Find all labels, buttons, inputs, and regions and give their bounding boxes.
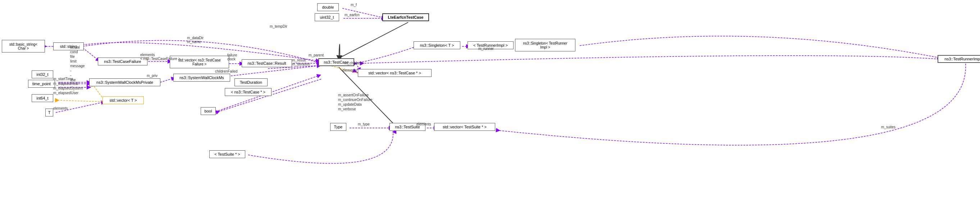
node-lteearfcntestcase: LteEarfcnTestCase xyxy=(382,13,429,21)
label-m-f: m_f xyxy=(351,3,357,7)
label-elements-t: elements xyxy=(53,106,68,110)
node-std-basic-string: std::basic_string< Char > xyxy=(2,40,45,52)
node-ns3-singleton-t: ns3::Singleton< T > xyxy=(414,41,460,49)
label-elements-suites: elements xyxy=(417,122,431,126)
node-ns3-testrunnerimpl: ns3::TestRunnerImpl xyxy=(937,55,980,63)
label-m-parent: m_parent xyxy=(309,53,324,57)
node-ns3-systemwallclockms: ns3::SystemWallClockMs xyxy=(173,74,230,82)
svg-line-23 xyxy=(339,22,408,58)
label-elements-vector: elements xyxy=(342,68,357,72)
label-m-result: m_result m_duration xyxy=(292,58,310,66)
label-m-runner: m_runner xyxy=(478,47,494,51)
node-std-vector-t: std::vector< T > xyxy=(102,97,144,104)
label-elements-testcasefailure: elements < ns3::TestCaseFailure > xyxy=(140,53,180,61)
label-m-suites: m_suites xyxy=(881,125,896,129)
node-vector-testsuite: std::vector< TestSuite * > xyxy=(434,123,495,131)
node-vector-ns3testcase: std::vector< ns3::TestCase * > xyxy=(358,69,431,77)
node-bool: bool xyxy=(200,107,216,115)
label-m-children: m_children xyxy=(345,61,362,65)
diagram-container: std::basic_string< Char > std::string in… xyxy=(0,0,980,220)
node-ns3-singleton-testrunner: ns3::Singleton< TestRunner Impl > xyxy=(515,39,576,51)
node-ns3-testcase-ptr: < ns3::TestCase * > xyxy=(225,88,272,96)
node-ns3-testcase-result: ns3::TestCase::Result xyxy=(242,59,292,67)
label-m-tempdir: m_tempDir xyxy=(270,24,287,28)
label-childrenfailed: childrenFailed xyxy=(215,70,237,73)
node-double: double xyxy=(317,3,339,11)
node-testduration: TestDuration xyxy=(234,78,267,86)
diagram-svg xyxy=(0,0,980,220)
node-type: Type xyxy=(330,123,346,131)
node-int32-t: int32_t xyxy=(32,70,53,78)
label-m-starttime: m_startTime m_elapsedReal m_elapsedSyste… xyxy=(53,77,83,95)
node-testsuite-ptr-bottom: < TestSuite * > xyxy=(209,150,245,158)
label-m-priv: m_priv xyxy=(147,74,158,78)
node-time-point: time_point xyxy=(28,80,55,88)
node-T: T xyxy=(45,109,53,117)
label-m-type: m_type xyxy=(358,122,370,126)
svg-line-31 xyxy=(58,100,105,102)
node-int64-t: int64_t xyxy=(32,94,53,102)
label-failure-clock: failure clock xyxy=(227,53,237,61)
node-uint32-t: uint32_t xyxy=(315,13,339,21)
label-m-assertonfailure: m_assertOnFailure m_continueOnFailure m_… xyxy=(338,93,372,111)
label-m-datadir: m_dataDir m_name xyxy=(187,36,204,44)
label-m-earfcn: m_earfcn xyxy=(345,13,360,17)
node-ns3-systemwallclockms-private: ns3::SystemWallClockMsPrivate xyxy=(89,78,161,86)
svg-line-34 xyxy=(83,48,100,62)
